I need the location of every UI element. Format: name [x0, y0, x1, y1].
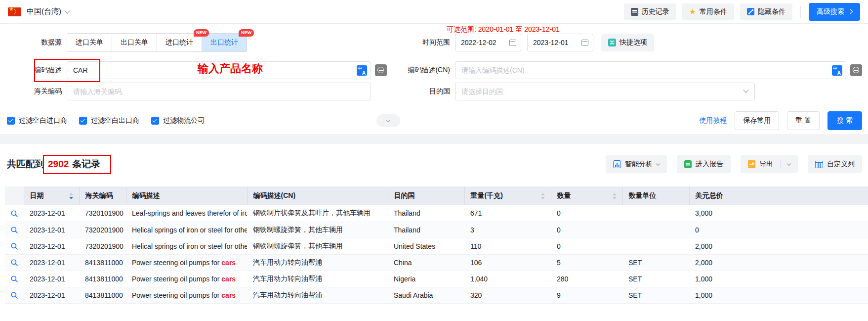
- country-label: 中国(台湾): [27, 7, 61, 16]
- tab-export-statistics[interactable]: 出口统计 NEW: [202, 33, 247, 52]
- cell-hs-code: 8413811000: [79, 271, 126, 287]
- header-weight[interactable]: 重量(千克): [464, 186, 551, 205]
- reset-button[interactable]: 重 置: [787, 111, 820, 130]
- dest-country-select[interactable]: [455, 83, 755, 100]
- time-range-label: 时间范围: [371, 38, 455, 47]
- advanced-search-label: 高级搜索: [817, 7, 844, 16]
- date-to-field[interactable]: [527, 34, 593, 51]
- hs-code-row: 海关编码 目的国: [7, 83, 862, 100]
- dest-country-input[interactable]: [455, 83, 754, 100]
- cell-desc: Helical springs of iron or steel for oth…: [126, 238, 247, 254]
- options-row: 过滤空白进口商 过滤空白出口商 过滤物流公司 使用教程 保存常用 重 置 搜 索: [7, 114, 862, 127]
- chevron-down-icon: [64, 8, 70, 13]
- code-desc-cn-input[interactable]: [455, 62, 846, 79]
- search-button[interactable]: 搜 索: [827, 111, 862, 130]
- checkbox-checked-icon[interactable]: [151, 117, 159, 125]
- header-detail: [5, 186, 24, 205]
- tab-import-statistics[interactable]: 进口统计 NEW: [157, 33, 202, 52]
- collapse-panel-button[interactable]: [376, 114, 400, 127]
- cell-hs-code: 7320101900: [79, 205, 126, 222]
- cell-hs-code: 8413811000: [79, 254, 126, 271]
- cell-date: 2023-12-01: [24, 238, 79, 254]
- cell-weight: 110: [464, 238, 551, 254]
- magnifier-icon[interactable]: [10, 210, 18, 218]
- history-button[interactable]: 历史记录: [624, 3, 676, 20]
- cell-country: Saudi Arabia: [388, 287, 464, 303]
- cell-country: United States: [388, 238, 464, 254]
- checkbox-filter-blank-importer[interactable]: 过滤空白进口商: [7, 116, 67, 125]
- results-header: 共匹配到 2902 条记录 智能分析 进入报告 导出 自定义列: [0, 144, 868, 174]
- tutorial-link[interactable]: 使用教程: [699, 116, 727, 125]
- magnifier-icon[interactable]: [10, 242, 18, 250]
- date-from-field[interactable]: [455, 34, 521, 51]
- cell-country: Thailand: [388, 205, 464, 222]
- hide-conditions-button[interactable]: 隐藏条件: [740, 3, 792, 20]
- cell-weight: 1,040: [464, 271, 551, 287]
- section-divider: [0, 134, 868, 144]
- search-actions: 使用教程 保存常用 重 置 搜 索: [699, 111, 862, 130]
- export-icon: [748, 160, 755, 168]
- cell-detail: [5, 271, 24, 287]
- cell-unit: SET: [622, 271, 689, 287]
- history-label: 历史记录: [642, 7, 669, 16]
- chevron-down-icon: [656, 161, 660, 165]
- smart-analysis-button[interactable]: 智能分析: [606, 155, 667, 173]
- cell-detail: [5, 254, 24, 271]
- sort-icons[interactable]: [65, 193, 73, 199]
- magnifier-icon[interactable]: [10, 259, 18, 267]
- cell-desc: Power steering oil pumps for cars: [126, 254, 247, 271]
- tab-import-declaration[interactable]: 进口关单: [67, 33, 112, 52]
- checkbox-filter-logistics[interactable]: 过滤物流公司: [151, 116, 205, 125]
- hs-code-field: [67, 83, 371, 100]
- exclude-filter-icon[interactable]: [375, 64, 387, 76]
- results-count: 2902: [48, 155, 69, 174]
- advanced-search-button[interactable]: 高级搜索: [809, 3, 860, 21]
- keyword-highlight: cars: [221, 259, 236, 267]
- checkbox-label: 过滤空白进口商: [19, 116, 67, 125]
- tab-export-declaration[interactable]: 出口关单: [112, 33, 157, 52]
- header-qty[interactable]: 数量: [551, 186, 622, 205]
- header-desc: 编码描述: [126, 186, 247, 205]
- command-icon: [608, 39, 616, 46]
- cell-qty: 0: [551, 222, 622, 238]
- code-desc-input[interactable]: [67, 62, 371, 79]
- export-button[interactable]: 导出: [741, 155, 798, 173]
- translate-icon[interactable]: [832, 65, 842, 76]
- magnifier-icon[interactable]: [10, 291, 18, 299]
- cell-desc: Leaf-springs and leaves therefor of iro: [126, 205, 247, 222]
- table-row: 2023-12-017320201900Helical springs of i…: [5, 222, 868, 238]
- quick-options-button[interactable]: 快捷选项: [601, 34, 654, 51]
- checkbox-checked-icon[interactable]: [79, 117, 87, 125]
- cell-hs-code: 7320201900: [79, 238, 126, 254]
- cell-date: 2023-12-01: [24, 205, 79, 222]
- new-badge: NEW: [239, 29, 254, 37]
- cell-desc-cn: 钢铁制螺旋弹簧，其他车辆用: [247, 238, 388, 254]
- sort-icons[interactable]: [609, 193, 617, 199]
- checkbox-filter-blank-exporter[interactable]: 过滤空白出口商: [79, 116, 139, 125]
- customize-columns-button[interactable]: 自定义列: [808, 155, 862, 173]
- magnifier-icon[interactable]: [10, 226, 18, 234]
- translate-icon[interactable]: [357, 65, 367, 76]
- tab-label: 出口关单: [121, 38, 148, 47]
- cell-unit: SET: [622, 254, 689, 271]
- header-date[interactable]: 日期: [24, 186, 79, 205]
- save-conditions-button[interactable]: 保存常用: [735, 111, 779, 130]
- country-selector[interactable]: 中国(台湾): [27, 7, 69, 16]
- topbar-actions: 历史记录 常用条件 隐藏条件 高级搜索: [624, 3, 860, 21]
- magnifier-icon[interactable]: [10, 275, 18, 283]
- tab-label: 进口统计: [165, 38, 193, 47]
- checkbox-checked-icon[interactable]: [7, 117, 15, 125]
- table-row: 2023-12-018413811000Power steering oil p…: [5, 271, 868, 287]
- table-row: 2023-12-018413811000Power steering oil p…: [5, 287, 868, 303]
- cell-date: 2023-12-01: [24, 222, 79, 238]
- chevron-down-icon: [787, 161, 791, 165]
- customize-columns-label: 自定义列: [827, 160, 855, 169]
- cell-desc-cn: 钢铁制螺旋弹簧，其他车辆用: [247, 222, 388, 238]
- enter-report-button[interactable]: 进入报告: [677, 155, 731, 173]
- exclude-filter-icon[interactable]: [850, 64, 862, 76]
- favorites-button[interactable]: 常用条件: [682, 3, 734, 20]
- header-desc-cn: 编码描述(CN): [247, 186, 388, 205]
- cell-weight: 106: [464, 254, 551, 271]
- hs-code-input[interactable]: [67, 83, 371, 100]
- sort-icons[interactable]: [537, 193, 545, 199]
